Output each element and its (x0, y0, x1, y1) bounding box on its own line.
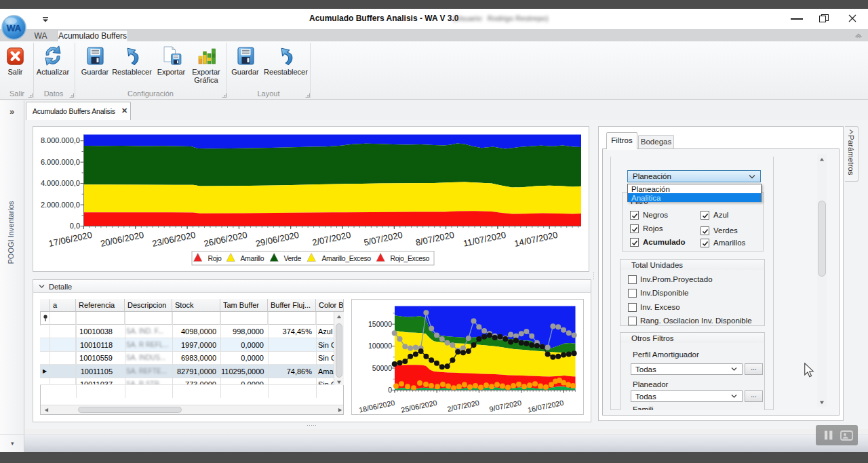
svg-text:50000: 50000 (372, 364, 392, 372)
svg-text:Verde: Verde (284, 254, 302, 262)
svg-text:WA: WA (7, 23, 22, 33)
svg-text:Rojo: Rojo (208, 254, 222, 262)
svg-text:Rojo_Exceso: Rojo_Exceso (391, 254, 430, 262)
svg-text:100000: 100000 (368, 342, 392, 350)
svg-text:0,0: 0,0 (70, 222, 80, 230)
svg-text:2.000.000,0: 2.000.000,0 (41, 201, 80, 209)
svg-text:Amarillo: Amarillo (241, 254, 264, 262)
svg-text:4.000.000,0: 4.000.000,0 (41, 179, 80, 187)
svg-text:Amarillo_Exceso: Amarillo_Exceso (322, 254, 372, 262)
svg-text:150000: 150000 (368, 320, 392, 328)
svg-text:0: 0 (388, 386, 392, 394)
svg-text:6.000.000,0: 6.000.000,0 (41, 158, 80, 166)
svg-text:8.000.000,0: 8.000.000,0 (41, 136, 80, 144)
